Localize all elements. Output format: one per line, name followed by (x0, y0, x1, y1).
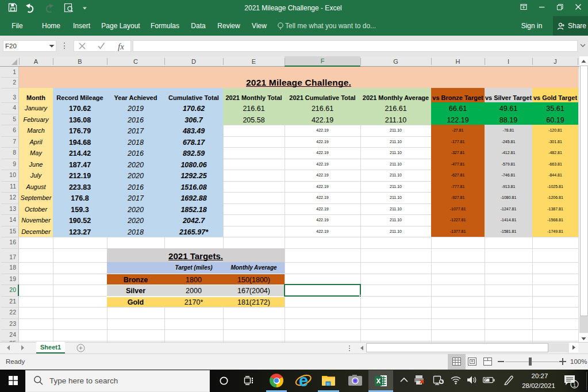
svg-text:fx: fx (118, 42, 124, 51)
svg-text:1: 1 (573, 382, 576, 388)
svg-text:e: e (299, 371, 308, 390)
